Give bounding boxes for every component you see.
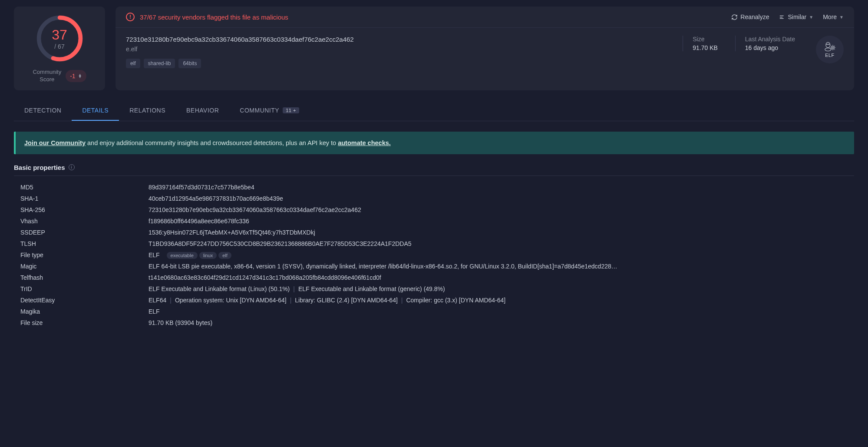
prop-val-tlsh: T1BD936A8DF5F2247DD756C530CD8B29B2362136… <box>149 239 854 248</box>
tab-behavior[interactable]: BEHAVIOR <box>176 101 229 121</box>
prop-val-sha256: 72310e31280b7e90ebc9a32cb33674060a358766… <box>149 205 854 215</box>
community-banner: Join our Community and enjoy additional … <box>14 132 854 154</box>
prop-key-filetype: File type <box>20 251 149 260</box>
prop-val-telfhash: t141e0680ac63e83c604f29d21cd1247d341c3c1… <box>149 273 854 282</box>
tag[interactable]: executable <box>167 252 198 259</box>
similar-icon <box>779 14 785 20</box>
community-score-value: -1 <box>70 73 75 79</box>
prop-val-sha1: 40ceb71d12954a5e986737831b70ac669e8b439e <box>149 194 854 203</box>
prop-val-die: ELF64|Operation system: Unix [DYN AMD64-… <box>149 296 854 305</box>
tab-details[interactable]: DETAILS <box>72 101 119 121</box>
prop-val-filetype: ELF executable linux elf <box>149 251 854 260</box>
summary-card: ! 37/67 security vendors flagged this fi… <box>116 7 854 90</box>
community-count-badge: 11 + <box>283 107 299 113</box>
reanalyze-button[interactable]: Reanalyze <box>731 13 769 20</box>
prop-key-sha256: SHA-256 <box>20 205 149 215</box>
vote-arrows-icon[interactable]: ▲▼ <box>78 74 82 79</box>
tag-list: elf shared-lib 64bits <box>126 59 675 68</box>
prop-key-die: DetectItEasy <box>20 296 149 305</box>
prop-val-trid: ELF Executable and Linkable format (Linu… <box>149 285 854 294</box>
warning-icon: ! <box>126 13 135 21</box>
sha256-hash: 72310e31280b7e90ebc9a32cb33674060a358766… <box>126 36 675 43</box>
chevron-down-icon: ▼ <box>809 15 813 20</box>
tab-detection[interactable]: DETECTION <box>14 101 72 121</box>
tag[interactable]: elf <box>218 252 231 259</box>
prop-val-vhash: f189686b0ff64496a8eec86e678fc336 <box>149 217 854 226</box>
svg-point-3 <box>825 48 831 51</box>
automate-checks-link[interactable]: automate checks. <box>338 139 391 146</box>
prop-key-magic: Magic <box>20 262 149 271</box>
prop-key-md5: MD5 <box>20 183 149 192</box>
chevron-down-icon: ▼ <box>839 15 844 20</box>
prop-key-tlsh: TLSH <box>20 239 149 248</box>
tag[interactable]: shared-lib <box>144 59 175 68</box>
tab-bar: DETECTION DETAILS RELATIONS BEHAVIOR COM… <box>14 101 854 121</box>
detection-total: / 67 <box>54 43 64 50</box>
prop-key-sha1: SHA-1 <box>20 194 149 203</box>
basic-properties-heading[interactable]: Basic properties i <box>14 164 854 171</box>
svg-point-7 <box>832 47 834 48</box>
svg-point-4 <box>827 44 828 45</box>
score-card: 37 / 67 CommunityScore -1 ▲▼ <box>14 7 105 90</box>
prop-val-ssdeep: 1536:y8Hsin072FL6jTAebMX+A5V6xTf5Qt46:y7… <box>149 228 854 237</box>
prop-val-magic: ELF 64-bit LSB pie executable, x86-64, v… <box>149 262 854 271</box>
prop-val-filesize: 91.70 KB (93904 bytes) <box>149 318 854 328</box>
info-icon[interactable]: i <box>69 164 75 170</box>
analysis-date-block: Last Analysis Date 16 days ago <box>735 36 805 51</box>
tab-relations[interactable]: RELATIONS <box>119 101 176 121</box>
detection-gauge: 37 / 67 <box>35 13 85 63</box>
prop-key-filesize: File size <box>20 318 149 328</box>
prop-key-magika: Magika <box>20 307 149 316</box>
malicious-flag-text: 37/67 security vendors flagged this file… <box>140 13 288 21</box>
join-community-link[interactable]: Join our Community <box>24 139 86 146</box>
prop-val-magika: ELF <box>149 307 854 316</box>
similar-button[interactable]: Similar ▼ <box>779 13 814 20</box>
svg-point-6 <box>832 46 835 49</box>
properties-table: MD589d397164f57d3d0731c7c577b8e5be4 SHA-… <box>14 182 854 329</box>
size-block: Size 91.70 KB <box>683 36 727 51</box>
prop-val-md5: 89d397164f57d3d0731c7c577b8e5be4 <box>149 183 854 192</box>
community-score-label: CommunityScore <box>33 69 61 83</box>
detection-count: 37 <box>52 27 67 43</box>
svg-point-2 <box>826 42 830 48</box>
file-name: e.elf <box>126 46 675 53</box>
community-vote-pill[interactable]: -1 ▲▼ <box>66 70 86 82</box>
prop-key-trid: TrID <box>20 285 149 294</box>
svg-point-5 <box>828 44 829 45</box>
file-type-badge: ELF <box>816 36 844 63</box>
tag[interactable]: linux <box>199 252 217 259</box>
tag[interactable]: elf <box>126 59 140 68</box>
penguin-gear-icon <box>824 41 836 52</box>
prop-key-telfhash: Telfhash <box>20 273 149 282</box>
prop-key-vhash: Vhash <box>20 217 149 226</box>
refresh-icon <box>731 14 738 20</box>
tag[interactable]: 64bits <box>178 59 201 68</box>
more-button[interactable]: More ▼ <box>823 13 844 20</box>
prop-key-ssdeep: SSDEEP <box>20 228 149 237</box>
tab-community[interactable]: COMMUNITY 11 + <box>229 101 310 121</box>
